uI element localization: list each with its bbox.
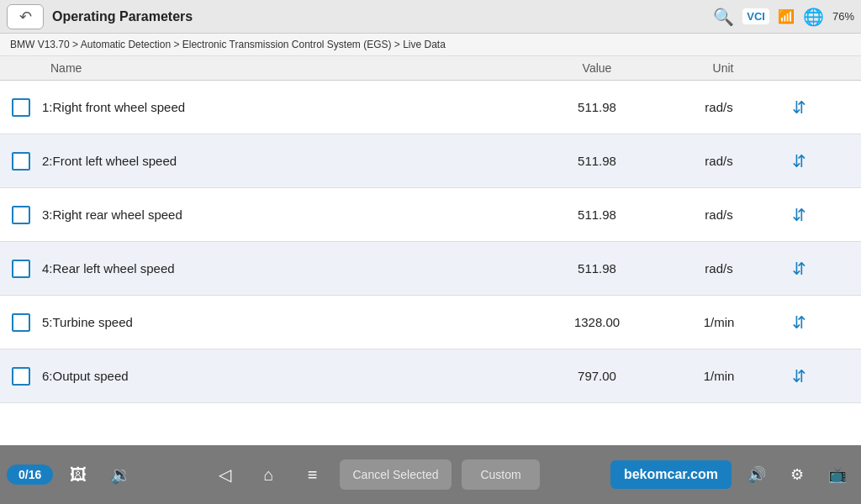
back-button[interactable]: ↶ bbox=[7, 4, 44, 29]
row-name-1: 1:Right front wheel speed bbox=[42, 93, 530, 121]
back-nav-icon-btn[interactable]: ◁ bbox=[209, 458, 242, 491]
row-value-2: 511.98 bbox=[530, 154, 664, 168]
cancel-selected-button[interactable]: Cancel Selected bbox=[340, 459, 452, 490]
row-graph-icon-4[interactable]: ⇵ bbox=[774, 259, 824, 279]
volume-up-icon-btn[interactable]: 🔊 bbox=[740, 458, 774, 491]
col-header-unit: Unit bbox=[664, 61, 782, 75]
counter-badge: 0/16 bbox=[7, 465, 53, 485]
toolbar-right: bekomcar.com 🔊 ⚙ 📺 bbox=[610, 458, 854, 491]
row-graph-icon-3[interactable]: ⇵ bbox=[774, 205, 824, 225]
row-unit-1: rad/s bbox=[664, 100, 774, 114]
row-graph-icon-2[interactable]: ⇵ bbox=[774, 151, 824, 171]
row-value-1: 511.98 bbox=[530, 100, 664, 114]
toolbar-right-icons: 🔊 ⚙ 📺 bbox=[740, 458, 854, 491]
row-name-2: 2:Front left wheel speed bbox=[42, 147, 530, 175]
row-unit-3: rad/s bbox=[664, 207, 774, 222]
menu-icon-btn[interactable]: ≡ bbox=[296, 458, 330, 491]
toolbar-left: 0/16 🖼 🔉 bbox=[7, 458, 137, 491]
breadcrumb: BMW V13.70 > Automatic Detection > Elect… bbox=[0, 34, 861, 56]
table-row: 6:Output speed 797.00 1/min ⇵ bbox=[0, 349, 861, 403]
vci-badge: VCI bbox=[742, 8, 769, 24]
table-row: 5:Turbine speed 1328.00 1/min ⇵ bbox=[0, 296, 861, 349]
status-bar: ↶ Operating Parameters 🔍 VCI 📶 🌐 76% bbox=[0, 0, 861, 34]
checkbox-4[interactable] bbox=[12, 260, 30, 278]
row-checkbox-5[interactable] bbox=[0, 313, 42, 332]
row-name-6: 6:Output speed bbox=[42, 362, 530, 390]
wifi-icon: 📶 bbox=[778, 8, 795, 24]
row-checkbox-6[interactable] bbox=[0, 367, 42, 386]
image-icon-btn[interactable]: 🖼 bbox=[61, 458, 95, 491]
home-nav-icon-btn[interactable]: ⌂ bbox=[252, 458, 286, 491]
checkbox-6[interactable] bbox=[12, 367, 30, 386]
row-value-6: 797.00 bbox=[530, 369, 664, 383]
globe-icon: 🌐 bbox=[803, 7, 824, 27]
checkbox-2[interactable] bbox=[12, 152, 30, 171]
checkbox-5[interactable] bbox=[12, 313, 30, 332]
row-name-4: 4:Rear left wheel speed bbox=[42, 255, 530, 282]
row-checkbox-1[interactable] bbox=[0, 98, 42, 117]
row-name-3: 3:Right rear wheel speed bbox=[42, 201, 530, 228]
page-title: Operating Parameters bbox=[52, 9, 713, 24]
table-body: 1:Right front wheel speed 511.98 rad/s ⇵… bbox=[0, 81, 861, 408]
breadcrumb-text: BMW V13.70 > Automatic Detection > Elect… bbox=[10, 39, 446, 50]
col-header-name: Name bbox=[0, 61, 530, 75]
cast-icon-btn[interactable]: 📺 bbox=[821, 458, 854, 491]
row-name-5: 5:Turbine speed bbox=[42, 308, 530, 336]
row-graph-icon-6[interactable]: ⇵ bbox=[774, 366, 824, 386]
row-unit-2: rad/s bbox=[664, 154, 774, 168]
table-header: Name Value Unit bbox=[0, 56, 861, 81]
custom-button[interactable]: Custom bbox=[462, 459, 539, 490]
table-row: 4:Rear left wheel speed 511.98 rad/s ⇵ bbox=[0, 242, 861, 296]
row-unit-5: 1/min bbox=[664, 315, 774, 329]
checkbox-3[interactable] bbox=[12, 206, 30, 224]
row-checkbox-4[interactable] bbox=[0, 260, 42, 278]
row-value-5: 1328.00 bbox=[530, 315, 664, 329]
table-row: 3:Right rear wheel speed 511.98 rad/s ⇵ bbox=[0, 188, 861, 242]
toolbar-center: ◁ ⌂ ≡ Cancel Selected Custom bbox=[209, 458, 540, 491]
checkbox-1[interactable] bbox=[12, 98, 30, 117]
volume-down-icon-btn[interactable]: 🔉 bbox=[103, 458, 137, 491]
status-bar-right: 🔍 VCI 📶 🌐 76% bbox=[713, 7, 854, 27]
settings-icon-btn[interactable]: ⚙ bbox=[780, 458, 814, 491]
row-graph-icon-5[interactable]: ⇵ bbox=[774, 312, 824, 333]
battery-label: 76% bbox=[832, 10, 854, 23]
bottom-toolbar: 0/16 🖼 🔉 ◁ ⌂ ≡ Cancel Selected Custom be… bbox=[0, 445, 861, 504]
row-value-3: 511.98 bbox=[530, 207, 664, 222]
row-checkbox-2[interactable] bbox=[0, 152, 42, 171]
row-unit-4: rad/s bbox=[664, 261, 774, 276]
back-arrow-icon: ↶ bbox=[19, 8, 32, 26]
search-icon[interactable]: 🔍 bbox=[713, 7, 734, 27]
table-row: 2:Front left wheel speed 511.98 rad/s ⇵ bbox=[0, 134, 861, 188]
row-value-4: 511.98 bbox=[530, 261, 664, 276]
bekomcar-logo[interactable]: bekomcar.com bbox=[610, 460, 732, 489]
col-header-value: Value bbox=[530, 61, 664, 75]
row-unit-6: 1/min bbox=[664, 369, 774, 383]
table-row: 1:Right front wheel speed 511.98 rad/s ⇵ bbox=[0, 81, 861, 134]
col-header-action bbox=[782, 61, 832, 75]
row-graph-icon-1[interactable]: ⇵ bbox=[774, 97, 824, 118]
row-checkbox-3[interactable] bbox=[0, 206, 42, 224]
